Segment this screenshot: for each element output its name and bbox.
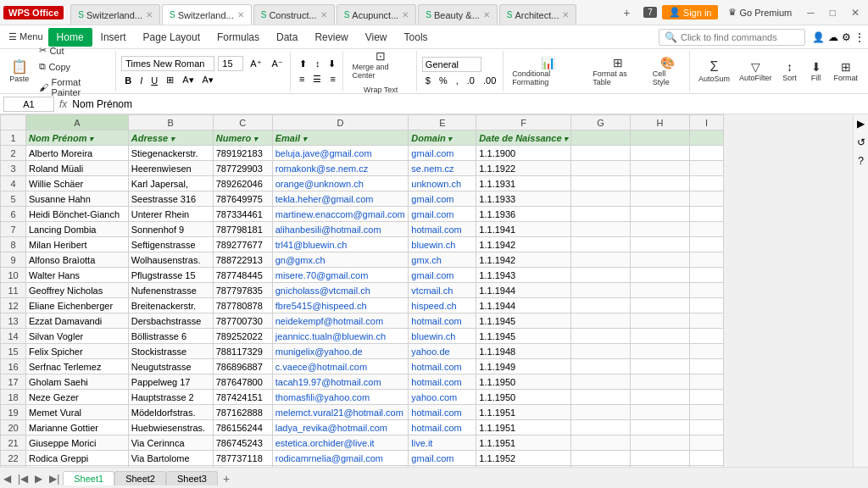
border-button[interactable]: ⊞ [163, 74, 177, 86]
cell-r19-c6[interactable] [571, 405, 631, 420]
merge-button[interactable]: ⊡ Merge and Center [348, 47, 412, 81]
header-cell-2[interactable]: Numero ▾ [213, 130, 272, 146]
cell-r20-c5[interactable]: 1.1.1951 [476, 420, 571, 435]
cell-r16-c2[interactable]: 786896887 [213, 359, 272, 374]
cell-r3-c5[interactable]: 1.1.1922 [476, 161, 571, 176]
header-cell-8[interactable] [690, 130, 724, 146]
sort-button[interactable]: ↕ Sort [778, 58, 802, 84]
header-cell-0[interactable]: Nom Prénom ▾ [26, 130, 129, 146]
cell-r13-c3[interactable]: neidekempf@hotmail.com [272, 313, 409, 329]
cell-r17-c4[interactable]: hotmail.com [409, 374, 476, 390]
align-center-button[interactable]: ☰ [309, 73, 325, 86]
header-cell-6[interactable] [571, 130, 631, 146]
font-color-button[interactable]: A▾ [199, 74, 217, 86]
cell-r18-c4[interactable]: yahoo.com [409, 390, 476, 405]
col-header-B[interactable]: B [128, 115, 213, 130]
cell-r8-c3[interactable]: trl41@bluewin.ch [272, 237, 409, 252]
tools-tab[interactable]: Tools [396, 28, 437, 47]
cell-r16-c4[interactable]: hotmail.com [409, 359, 476, 374]
increase-decimal-button[interactable]: .0 [464, 75, 478, 86]
cell-r9-c7[interactable] [631, 252, 690, 268]
cell-r7-c7[interactable] [631, 222, 690, 237]
tab-2[interactable]: SConstruct...✕ [253, 4, 335, 25]
col-header-A[interactable]: A [26, 115, 129, 130]
close-button[interactable]: ✕ [846, 5, 865, 20]
maximize-button[interactable]: □ [825, 5, 841, 20]
cell-r13-c1[interactable]: Dersbachstrasse [128, 313, 213, 329]
cell-r5-c7[interactable] [631, 191, 690, 207]
cell-r10-c8[interactable] [690, 268, 724, 283]
cell-r21-c4[interactable]: live.it [409, 435, 476, 451]
prev-sheet-button[interactable]: ◀ [0, 471, 14, 486]
cell-r6-c0[interactable]: Heidi Bönchet-Gianch [26, 207, 129, 222]
cell-r11-c7[interactable] [631, 283, 690, 298]
cell-r9-c5[interactable]: 1.1.1942 [476, 252, 571, 268]
cell-r6-c3[interactable]: martinew.enaccom@gmail.com [272, 207, 409, 222]
tab-close-5[interactable]: ✕ [562, 10, 569, 19]
cell-r19-c3[interactable]: melemct.vural21@hotmail.com [272, 405, 409, 420]
cell-r3-c6[interactable] [571, 161, 631, 176]
cell-r2-c6[interactable] [571, 146, 631, 161]
cell-r20-c2[interactable]: 786156244 [213, 420, 272, 435]
cell-r10-c1[interactable]: Pflugstrasse 15 [128, 268, 213, 283]
cell-r4-c4[interactable]: unknown.ch [409, 176, 476, 191]
col-header-D[interactable]: D [272, 115, 409, 130]
header-cell-7[interactable] [631, 130, 690, 146]
cell-r20-c8[interactable] [690, 420, 724, 435]
cell-r14-c1[interactable]: Böllistrasse 6 [128, 329, 213, 344]
underline-button[interactable]: U [147, 74, 161, 86]
tab-close-2[interactable]: ✕ [320, 10, 327, 19]
formulas-tab[interactable]: Formulas [209, 28, 268, 47]
fill-button[interactable]: ⬇ Fill [804, 58, 828, 84]
col-header-I[interactable]: I [690, 115, 724, 130]
cell-r11-c5[interactable]: 1.1.1944 [476, 283, 571, 298]
formula-input[interactable] [72, 98, 865, 110]
cell-r4-c3[interactable]: orange@unknown.ch [272, 176, 409, 191]
cell-r22-c6[interactable] [571, 451, 631, 466]
cell-r8-c6[interactable] [571, 237, 631, 252]
cell-r17-c0[interactable]: Gholam Saehi [26, 374, 129, 390]
cell-r12-c2[interactable]: 787780878 [213, 298, 272, 313]
cell-r13-c4[interactable]: hotmail.com [409, 313, 476, 329]
cell-r14-c7[interactable] [631, 329, 690, 344]
cell-r18-c5[interactable]: 1.1.1950 [476, 390, 571, 405]
cell-r12-c7[interactable] [631, 298, 690, 313]
cell-r9-c0[interactable]: Alfonso Braìotta [26, 252, 129, 268]
comma-button[interactable]: , [453, 75, 462, 86]
header-cell-1[interactable]: Adresse ▾ [128, 130, 213, 146]
cell-r12-c5[interactable]: 1.1.1944 [476, 298, 571, 313]
cell-r10-c3[interactable]: misere.70@gmail.com [272, 268, 409, 283]
cell-r2-c3[interactable]: beluja.jave@gmail.com [272, 146, 409, 161]
cell-r12-c0[interactable]: Eliane Eichenberger [26, 298, 129, 313]
cell-r22-c5[interactable]: 1.1.1952 [476, 451, 571, 466]
cell-r22-c4[interactable]: gmail.com [409, 451, 476, 466]
cell-r10-c5[interactable]: 1.1.1943 [476, 268, 571, 283]
cell-r20-c7[interactable] [631, 420, 690, 435]
first-sheet-button[interactable]: |◀ [14, 471, 31, 486]
cell-r2-c5[interactable]: 1.1.1900 [476, 146, 571, 161]
cell-r17-c3[interactable]: tacah19.97@hotmail.com [272, 374, 409, 390]
cell-r5-c4[interactable]: gmail.com [409, 191, 476, 207]
cell-r12-c6[interactable] [571, 298, 631, 313]
cell-r17-c7[interactable] [631, 374, 690, 390]
cell-r19-c4[interactable]: hotmail.com [409, 405, 476, 420]
cell-r15-c6[interactable] [571, 344, 631, 359]
cell-r14-c4[interactable]: bluewin.ch [409, 329, 476, 344]
cell-r18-c1[interactable]: Hauptstrasse 2 [128, 390, 213, 405]
cell-r9-c1[interactable]: Wolhausenstras. [128, 252, 213, 268]
cell-r6-c5[interactable]: 1.1.1936 [476, 207, 571, 222]
tab-0[interactable]: SSwitzerland...✕ [70, 4, 160, 25]
wps-logo[interactable]: WPS Office [3, 6, 64, 19]
cell-r5-c2[interactable]: 787649975 [213, 191, 272, 207]
cell-r17-c6[interactable] [571, 374, 631, 390]
tab-4[interactable]: SBeauty &...✕ [418, 4, 497, 25]
cell-r5-c0[interactable]: Susanne Hahn [26, 191, 129, 207]
autofilter-button[interactable]: ▽ AutoFilter [736, 58, 776, 84]
cell-r4-c8[interactable] [690, 176, 724, 191]
cell-r3-c2[interactable]: 787729903 [213, 161, 272, 176]
cell-r20-c1[interactable]: Huebwiesenstras. [128, 420, 213, 435]
cell-r3-c8[interactable] [690, 161, 724, 176]
cell-r18-c6[interactable] [571, 390, 631, 405]
add-sheet-button[interactable]: + [218, 470, 235, 487]
number-format-input[interactable] [422, 57, 481, 72]
